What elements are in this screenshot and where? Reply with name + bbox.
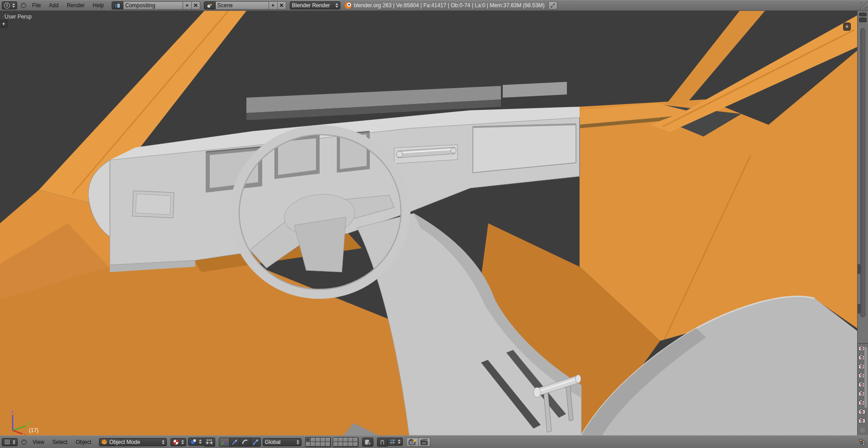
scrollbar-thumb[interactable] — [864, 346, 868, 409]
manipulator-translate-button[interactable] — [230, 438, 240, 447]
menu-render[interactable]: Render — [63, 2, 89, 9]
menu-file[interactable]: File — [28, 2, 45, 9]
screen-layout-close-button[interactable]: ✕ — [192, 1, 200, 9]
object-mode-cube-icon — [101, 439, 107, 445]
scene-add-button[interactable]: + — [269, 1, 278, 9]
chevron-updown-icon — [199, 439, 202, 444]
blender-window: i – File Add Render Help Compositing + ✕ — [0, 0, 868, 448]
mode-dropdown[interactable]: Object Mode — [99, 438, 167, 446]
scene-close-button[interactable]: ✕ — [278, 1, 286, 9]
collapsed-widget-icon[interactable] — [859, 13, 867, 16]
scene-field[interactable]: Scene — [216, 1, 269, 9]
menu-object[interactable]: Object — [71, 439, 95, 445]
render-engine-dropdown[interactable]: Blender Render — [290, 1, 340, 9]
view3d-header: – View Select Object Object Mode — [0, 435, 857, 448]
menu-select[interactable]: Select — [48, 439, 71, 445]
frame-counter-label: (17) — [29, 427, 38, 434]
translate-arrow-icon — [231, 439, 238, 445]
view-name-label: User Persp — [5, 14, 32, 20]
scale-icon — [252, 439, 259, 445]
screen-layout-add-button[interactable]: + — [183, 1, 192, 9]
screen-layout-field[interactable]: Compositing — [123, 1, 183, 9]
properties-shelf-expand-button[interactable]: + — [843, 23, 851, 31]
chevron-updown-icon — [297, 440, 299, 444]
collapse-menus-icon[interactable]: – — [21, 3, 26, 8]
viewport-shading-dropdown[interactable] — [170, 438, 186, 446]
axis-z-label: z — [11, 409, 14, 414]
viewport-canvas[interactable] — [0, 11, 857, 435]
collapsed-widget-icon[interactable] — [859, 18, 867, 22]
opengl-render-animation-button[interactable] — [419, 438, 430, 447]
center-points-icon — [206, 439, 213, 445]
view3d-editor-icon — [4, 439, 10, 445]
screen-layout-icon-button[interactable] — [112, 1, 123, 9]
shading-sphere-icon — [173, 439, 179, 445]
axis-y-label: Y — [28, 420, 31, 426]
snap-increment-icon — [389, 439, 396, 445]
transform-orientation-dropdown[interactable]: Global — [263, 438, 302, 446]
right-editor-strip — [857, 11, 868, 435]
layers-grid-1[interactable] — [305, 437, 331, 447]
maximize-window-icon[interactable]: ⤢ — [548, 1, 557, 9]
snap-toggle[interactable] — [377, 438, 387, 447]
info-icon: i — [4, 3, 10, 9]
opengl-render-image-button[interactable] — [406, 438, 419, 447]
toolshelf-expand-button[interactable]: + — [0, 20, 8, 28]
proportional-editing-toggle[interactable] — [362, 438, 373, 447]
panel-tab[interactable] — [858, 264, 861, 274]
layers-grid-2[interactable] — [333, 437, 359, 447]
editor-type-dropdown-3dview[interactable] — [2, 438, 18, 446]
chevron-updown-icon — [13, 440, 15, 444]
outliner-collapsed — [858, 344, 868, 435]
rotate-arc-icon — [242, 439, 248, 445]
chevron-updown-icon — [335, 3, 338, 8]
chevron-updown-icon — [398, 439, 401, 444]
info-header: i – File Add Render Help Compositing + ✕ — [0, 0, 868, 11]
properties-editor-collapsed — [858, 11, 868, 342]
axis-x-label: x — [24, 432, 27, 435]
pivot-point-dropdown[interactable] — [188, 438, 204, 446]
render-camera-icon — [409, 439, 416, 445]
manipulator-toggle[interactable] — [219, 438, 230, 447]
manipulator-scale-button[interactable] — [250, 438, 261, 447]
render-toggle-camera-icon[interactable] — [859, 418, 865, 423]
panel-tab[interactable] — [858, 304, 861, 314]
scrollbar-end — [859, 427, 866, 434]
editor-type-dropdown-info[interactable]: i — [2, 1, 17, 9]
screen-layout-icon — [114, 3, 120, 8]
menu-view[interactable]: View — [28, 439, 48, 445]
manipulator-rotate-button[interactable] — [240, 438, 250, 447]
viewport-3d[interactable]: User Persp + + z Y x (17) — [0, 11, 857, 435]
menu-add[interactable]: Add — [45, 2, 62, 9]
outliner-row[interactable] — [858, 416, 868, 425]
stats-readout: blender.org 263 | Ve:85804 | Fa:41417 | … — [354, 2, 545, 9]
blender-logo-icon — [344, 1, 352, 9]
chevron-updown-icon — [162, 440, 165, 444]
area-corner-grip[interactable] — [860, 2, 867, 9]
pivot-median-icon — [190, 439, 197, 445]
clapperboard-icon — [420, 439, 428, 445]
collapse-menus-icon[interactable]: – — [21, 439, 27, 445]
manipulate-center-points-toggle[interactable] — [204, 438, 215, 447]
chevron-updown-icon — [12, 3, 15, 8]
chevron-updown-icon — [181, 440, 184, 444]
render-toggle-camera-icon[interactable] — [859, 409, 865, 414]
magnet-icon — [379, 439, 385, 445]
scrollbar-thumb[interactable] — [860, 28, 865, 317]
menu-help[interactable]: Help — [89, 2, 108, 9]
outliner-editor-icon — [859, 439, 866, 445]
manipulator-axes-icon — [221, 439, 227, 445]
proportional-editing-icon — [364, 439, 371, 445]
scene-icon — [207, 3, 212, 8]
scene-icon-button[interactable] — [204, 1, 216, 9]
outliner-header[interactable] — [857, 435, 868, 448]
snap-element-dropdown[interactable] — [387, 438, 403, 446]
